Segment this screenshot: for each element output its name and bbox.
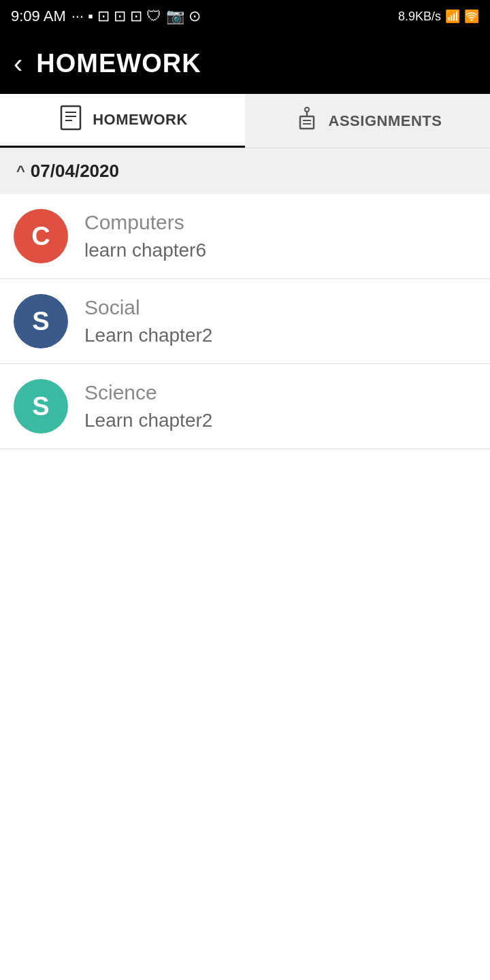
homework-list: C Computers learn chapter6 S Social Lear… bbox=[0, 194, 490, 449]
list-item[interactable]: S Social Learn chapter2 bbox=[0, 279, 490, 364]
page-title: HOMEWORK bbox=[36, 49, 201, 78]
tab-homework[interactable]: HOMEWORK bbox=[0, 94, 245, 148]
signal-icon: 📶 bbox=[445, 9, 460, 24]
empty-area bbox=[0, 449, 490, 858]
status-right: 8.9KB/s 📶 🛜 bbox=[398, 9, 479, 24]
status-icons: ··· ▪ ⊡ ⊡ ⊡ 🛡 📷 ⊙ bbox=[71, 7, 201, 25]
item-content-social: Social Learn chapter2 bbox=[84, 296, 212, 346]
tab-assignments[interactable]: ASSIGNMENTS bbox=[245, 94, 490, 148]
tab-bar: HOMEWORK ASSIGNMENTS bbox=[0, 94, 490, 148]
homework-tab-icon bbox=[57, 103, 84, 137]
list-item[interactable]: C Computers learn chapter6 bbox=[0, 194, 490, 279]
top-bar: ‹ HOMEWORK bbox=[0, 33, 490, 94]
date-section[interactable]: ^ 07/04/2020 bbox=[0, 148, 490, 194]
item-content-computers: Computers learn chapter6 bbox=[84, 211, 206, 261]
wifi-icon: 🛜 bbox=[464, 9, 479, 24]
date-label: 07/04/2020 bbox=[31, 161, 119, 182]
subject-name-computers: Computers bbox=[84, 211, 206, 234]
back-button[interactable]: ‹ bbox=[14, 50, 22, 77]
svg-rect-0 bbox=[61, 106, 80, 129]
subject-task-computers: learn chapter6 bbox=[84, 240, 206, 261]
status-time: 9:09 AM bbox=[11, 7, 66, 25]
homework-tab-label: HOMEWORK bbox=[93, 111, 188, 129]
assignments-tab-label: ASSIGNMENTS bbox=[329, 112, 442, 130]
network-speed: 8.9KB/s bbox=[398, 10, 441, 24]
subject-task-science: Learn chapter2 bbox=[84, 410, 212, 431]
svg-point-6 bbox=[305, 108, 309, 112]
assignments-tab-icon bbox=[293, 104, 321, 137]
subject-name-social: Social bbox=[84, 296, 212, 319]
avatar-letter-computers: C bbox=[31, 222, 50, 251]
date-caret: ^ bbox=[16, 163, 25, 180]
subject-task-social: Learn chapter2 bbox=[84, 325, 212, 346]
subject-name-science: Science bbox=[84, 381, 212, 404]
status-left: 9:09 AM ··· ▪ ⊡ ⊡ ⊡ 🛡 📷 ⊙ bbox=[11, 7, 201, 25]
avatar-social: S bbox=[14, 294, 68, 348]
avatar-science: S bbox=[14, 379, 68, 434]
status-bar: 9:09 AM ··· ▪ ⊡ ⊡ ⊡ 🛡 📷 ⊙ 8.9KB/s 📶 🛜 bbox=[0, 0, 490, 33]
svg-rect-4 bbox=[300, 116, 314, 129]
avatar-computers: C bbox=[14, 209, 68, 263]
list-item[interactable]: S Science Learn chapter2 bbox=[0, 364, 490, 449]
avatar-letter-social: S bbox=[32, 307, 49, 336]
item-content-science: Science Learn chapter2 bbox=[84, 381, 212, 431]
avatar-letter-science: S bbox=[32, 392, 49, 421]
